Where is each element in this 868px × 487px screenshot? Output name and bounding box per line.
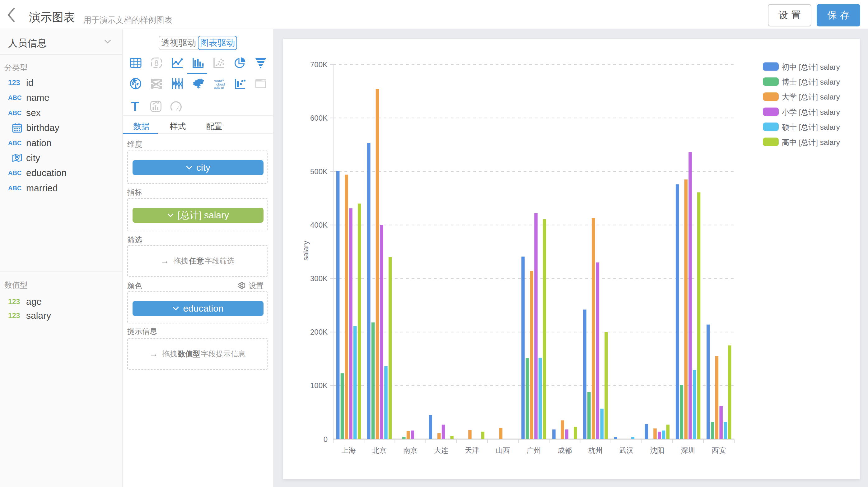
svg-text:salary: salary bbox=[302, 241, 310, 261]
svg-text:大连: 大连 bbox=[434, 446, 448, 454]
svg-text:南京: 南京 bbox=[403, 446, 417, 454]
svg-text:0: 0 bbox=[323, 435, 328, 444]
svg-text:博士 [总计] salary: 博士 [总计] salary bbox=[782, 78, 840, 86]
svg-text:武汉: 武汉 bbox=[619, 446, 633, 454]
svg-text:成都: 成都 bbox=[558, 446, 572, 454]
svg-text:天津: 天津 bbox=[465, 446, 479, 454]
svg-text:500K: 500K bbox=[310, 167, 328, 176]
svg-text:杭州: 杭州 bbox=[588, 446, 602, 454]
svg-text:200K: 200K bbox=[310, 328, 328, 336]
svg-text:山西: 山西 bbox=[496, 446, 510, 454]
svg-text:8: 8 bbox=[154, 59, 159, 67]
svg-text:agile Bi: agile Bi bbox=[214, 86, 224, 89]
svg-text:400K: 400K bbox=[310, 221, 328, 229]
svg-text:600K: 600K bbox=[310, 114, 328, 122]
svg-text:深圳: 深圳 bbox=[681, 446, 695, 454]
svg-text:云: 云 bbox=[221, 78, 224, 82]
svg-text:300K: 300K bbox=[310, 274, 328, 283]
svg-text:T: T bbox=[131, 100, 139, 112]
svg-text:沈阳: 沈阳 bbox=[650, 446, 664, 454]
svg-text:广州: 广州 bbox=[527, 446, 541, 454]
svg-text:北京: 北京 bbox=[372, 446, 387, 454]
svg-text:初中 [总计] salary: 初中 [总计] salary bbox=[782, 63, 840, 71]
svg-text:高中 [总计] salary: 高中 [总计] salary bbox=[782, 138, 840, 147]
svg-text:硕士 [总计] salary: 硕士 [总计] salary bbox=[782, 123, 840, 131]
svg-text:大学 [总计] salary: 大学 [总计] salary bbox=[782, 93, 840, 101]
svg-text:100K: 100K bbox=[310, 381, 328, 390]
svg-text:西安: 西安 bbox=[712, 446, 726, 454]
svg-text:小学 [总计] salary: 小学 [总计] salary bbox=[782, 108, 840, 116]
svg-text:上海: 上海 bbox=[342, 446, 356, 454]
svg-text:700K: 700K bbox=[310, 60, 328, 69]
